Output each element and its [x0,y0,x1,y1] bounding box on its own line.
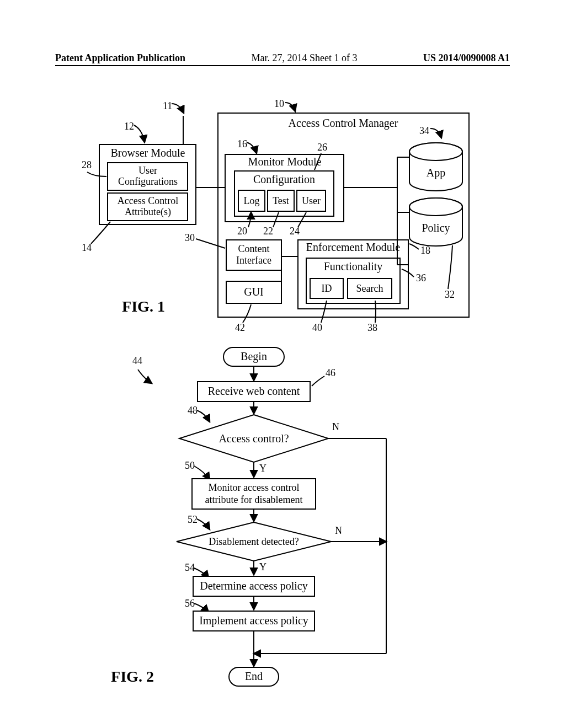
monitor-user: User [302,195,321,206]
enforcement-title: Enforcement Module [306,241,401,253]
monitor-log: Log [244,195,260,206]
app-db-label: App [427,167,445,179]
page-header: Patent Application Publication Mar. 27, … [55,52,510,66]
fig1-caption: FIG. 1 [122,298,165,315]
svg-point-2 [409,143,462,160]
ref-38: 38 [367,322,377,333]
ref-12: 12 [124,121,134,132]
step46: Receive web content [208,385,300,397]
ref-22: 22 [263,226,273,237]
dec52-no: N [335,525,342,536]
dec48: Access control? [218,432,289,445]
svg-point-4 [409,198,462,216]
enf-func: Functionality [324,260,383,273]
step56: Implement access policy [199,614,308,627]
content-if-l1: Content [238,243,270,254]
ref-48: 48 [188,405,198,416]
sheet-label: Mar. 27, 2014 Sheet 1 of 3 [252,52,358,64]
ref-30: 30 [185,232,195,243]
figure-2: Begin Receive web content 46 Access cont… [111,347,386,686]
monitor-title: Monitor Module [248,156,322,168]
ref-40: 40 [312,322,322,333]
ref-52: 52 [188,514,198,525]
monitor-config: Configuration [253,173,315,186]
browser-aca-l1: Access Control [118,195,178,206]
ref-10: 10 [274,99,284,109]
enf-search: Search [356,283,383,294]
policy-db-label: Policy [422,222,450,234]
fig2-caption: FIG. 2 [111,668,154,685]
figures-canvas: Access Control Manager 10 34 App Policy … [0,99,565,706]
browser-uc-l2: Configurations [118,176,178,187]
dec48-no: N [332,421,339,432]
content-if-l2: Interface [236,255,271,266]
pub-number: US 2014/0090008 A1 [423,52,510,64]
ref-26: 26 [317,142,327,153]
browser-aca-l2: Attribute(s) [125,206,171,218]
step50-l2: attribute for disablement [205,494,303,505]
dec52-yes: Y [259,561,266,572]
ref-36: 36 [416,272,426,283]
ref-34: 34 [419,125,429,136]
enf-id: ID [322,283,332,294]
browser-uc-l1: User [138,165,157,176]
ref-54: 54 [185,562,195,573]
dec52: Disablement detected? [209,536,299,547]
ref-50: 50 [185,460,195,471]
app-db: App [409,143,462,191]
browser-title: Browser Module [111,147,185,159]
fig1-title: Access Control Manager [289,117,398,130]
ref-42: 42 [235,322,245,333]
ref-11: 11 [163,100,172,111]
ref-44: 44 [132,355,142,366]
figure-1: Access Control Manager 10 34 App Policy … [82,99,469,333]
ref-20: 20 [237,226,247,237]
ref-56: 56 [185,598,195,609]
dec48-yes: Y [259,463,266,474]
ref-28: 28 [82,159,92,170]
ref-46: 46 [326,367,335,378]
step54: Determine access policy [200,580,307,592]
end-label: End [245,670,263,682]
policy-db: Policy [409,198,462,246]
pub-label: Patent Application Publication [55,52,185,64]
ref-18: 18 [420,245,430,256]
begin-label: Begin [241,350,267,363]
gui-label: GUI [244,286,264,298]
ref-32: 32 [445,289,455,300]
ref-16: 16 [237,138,247,149]
monitor-test: Test [273,195,289,206]
ref-14: 14 [82,242,92,253]
step50-l1: Monitor access control [209,482,300,493]
